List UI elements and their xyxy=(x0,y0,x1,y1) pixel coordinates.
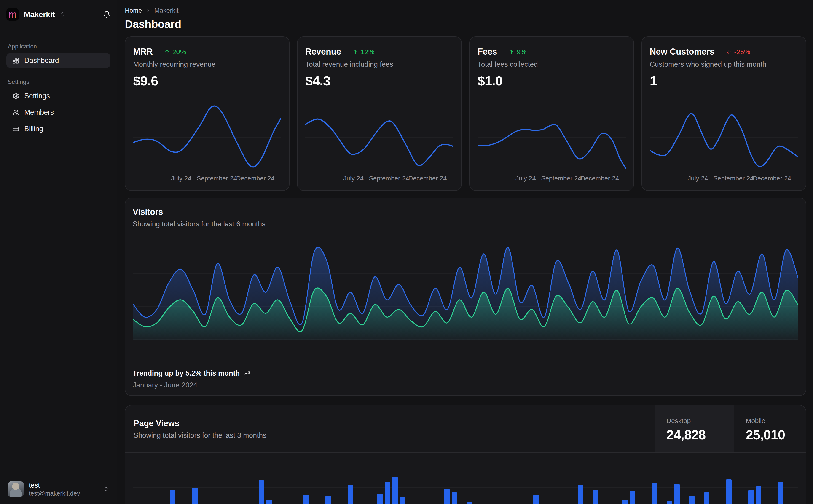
stat-title: New Customers xyxy=(650,47,715,57)
notifications-button[interactable] xyxy=(103,11,110,18)
stat-delta-value: 12% xyxy=(361,48,374,56)
nav-group-application: Application Dashboard xyxy=(6,43,110,68)
page-views-bar-chart xyxy=(133,454,798,504)
page-views-title: Page Views xyxy=(133,419,655,428)
axis-tick: July 24 xyxy=(343,175,364,182)
toggle-label: Desktop xyxy=(667,417,734,425)
stat-delta-badge: -25% xyxy=(726,48,750,56)
stat-card-new-customers: New Customers -25% Customers who signed … xyxy=(642,36,806,191)
breadcrumb-current: Makerkit xyxy=(154,7,178,14)
page-views-header: Page Views Showing total visitors for th… xyxy=(125,405,806,453)
sidebar-item-billing[interactable]: Billing xyxy=(6,122,110,136)
page-views-card: Page Views Showing total visitors for th… xyxy=(125,405,806,504)
visitors-card: Visitors Showing total visitors for the … xyxy=(125,198,806,396)
axis-tick: December 24 xyxy=(408,175,447,182)
page-title: Dashboard xyxy=(125,18,806,30)
chevron-right-icon xyxy=(146,8,151,13)
workspace-selector[interactable]: m Makerkit xyxy=(6,8,110,21)
user-name: test xyxy=(29,481,80,489)
credit-card-icon xyxy=(12,125,19,132)
stat-card-header: Revenue 12% xyxy=(305,47,453,57)
stat-subtitle: Total fees collected xyxy=(477,60,626,69)
stat-title: MRR xyxy=(133,47,153,57)
mrr-sparkline-chart xyxy=(133,103,281,172)
app-root: m Makerkit Application Dashboard xyxy=(0,0,813,504)
stat-title: Fees xyxy=(477,47,497,57)
sidebar-item-label: Dashboard xyxy=(24,56,59,65)
sidebar-item-label: Members xyxy=(24,108,54,117)
user-avatar xyxy=(8,481,24,497)
stat-delta-value: -25% xyxy=(734,48,750,56)
visitors-trend: Trending up by 5.2% this month xyxy=(133,369,798,377)
visitors-trend-text: Trending up by 5.2% this month xyxy=(133,369,240,377)
stat-card-header: MRR 20% xyxy=(133,47,281,57)
stat-value: $1.0 xyxy=(477,73,626,88)
stat-delta-value: 20% xyxy=(172,48,186,56)
visitors-subtitle: Showing total visitors for the last 6 mo… xyxy=(133,220,798,228)
axis-tick: September 24 xyxy=(369,175,409,182)
stat-delta-badge: 12% xyxy=(352,48,374,56)
stat-value: $9.6 xyxy=(133,73,281,88)
breadcrumb-home-link[interactable]: Home xyxy=(125,7,142,14)
stat-value: $4.3 xyxy=(305,73,453,88)
arrow-up-icon xyxy=(164,49,170,55)
revenue-sparkline-chart xyxy=(305,103,453,172)
sidebar-nav: Application Dashboard Settings Settings xyxy=(6,43,110,136)
axis-tick: September 24 xyxy=(197,175,237,182)
axis-tick: September 24 xyxy=(713,175,754,182)
x-axis-ticks: July 24 September 24 December 24 xyxy=(477,173,626,183)
breadcrumb: Home Makerkit xyxy=(125,7,806,14)
main-content: Home Makerkit Dashboard MRR 20% Monthly … xyxy=(117,0,813,504)
toggle-value: 25,010 xyxy=(746,427,806,442)
bell-icon xyxy=(103,11,110,18)
customers-sparkline-chart xyxy=(650,103,798,172)
sidebar-item-label: Settings xyxy=(24,92,50,100)
page-views-titles: Page Views Showing total visitors for th… xyxy=(125,405,655,452)
sidebar-item-dashboard[interactable]: Dashboard xyxy=(6,53,110,68)
toggle-label: Mobile xyxy=(746,417,806,425)
nav-section-label-application: Application xyxy=(8,43,110,50)
sidebar-item-label: Billing xyxy=(24,125,43,133)
sidebar-item-settings[interactable]: Settings xyxy=(6,89,110,103)
sidebar-item-members[interactable]: Members xyxy=(6,105,110,120)
toggle-desktop[interactable]: Desktop 24,828 xyxy=(655,405,734,452)
axis-tick: July 24 xyxy=(688,175,708,182)
visitors-date-range: January - June 2024 xyxy=(133,381,798,389)
nav-section-label-settings: Settings xyxy=(8,78,110,85)
toggle-mobile[interactable]: Mobile 25,010 xyxy=(734,405,806,452)
user-email: test@makerkit.dev xyxy=(29,490,80,497)
axis-tick: December 24 xyxy=(753,175,791,182)
axis-tick: December 24 xyxy=(581,175,619,182)
page-views-toggle: Desktop 24,828 Mobile 25,010 xyxy=(655,405,806,452)
axis-tick: July 24 xyxy=(515,175,536,182)
stat-card-mrr: MRR 20% Monthly recurring revenue $9.6 J… xyxy=(125,36,290,191)
chevrons-up-down-icon xyxy=(60,11,66,17)
stat-card-fees: Fees 9% Total fees collected $1.0 July 2… xyxy=(469,36,634,191)
users-icon xyxy=(12,109,19,116)
nav-group-settings: Settings Settings Members xyxy=(6,78,110,136)
stat-delta-badge: 9% xyxy=(508,48,526,56)
workspace-name: Makerkit xyxy=(24,10,55,19)
stats-grid: MRR 20% Monthly recurring revenue $9.6 J… xyxy=(125,36,806,191)
layout-dashboard-icon xyxy=(12,57,19,64)
page-views-subtitle: Showing total visitors for the last 3 mo… xyxy=(133,431,655,440)
logo-letter: m xyxy=(8,10,17,19)
axis-tick: September 24 xyxy=(541,175,581,182)
stat-title: Revenue xyxy=(305,47,341,57)
toggle-value: 24,828 xyxy=(667,427,734,442)
x-axis-ticks: July 24 September 24 December 24 xyxy=(650,173,798,183)
axis-tick: December 24 xyxy=(236,175,275,182)
stat-subtitle: Monthly recurring revenue xyxy=(133,60,281,69)
stat-subtitle: Customers who signed up this month xyxy=(650,60,798,69)
arrow-up-icon xyxy=(352,49,358,55)
user-texts: test test@makerkit.dev xyxy=(29,481,80,497)
sidebar: m Makerkit Application Dashboard xyxy=(0,0,117,504)
axis-tick: July 24 xyxy=(171,175,191,182)
makerkit-logo: m xyxy=(6,8,19,21)
stat-subtitle: Total revenue including fees xyxy=(305,60,453,69)
user-menu[interactable]: test test@makerkit.dev xyxy=(6,479,110,499)
stat-card-header: Fees 9% xyxy=(477,47,626,57)
trending-up-icon xyxy=(243,370,250,377)
stat-delta-value: 9% xyxy=(517,48,526,56)
stat-card-header: New Customers -25% xyxy=(650,47,798,57)
